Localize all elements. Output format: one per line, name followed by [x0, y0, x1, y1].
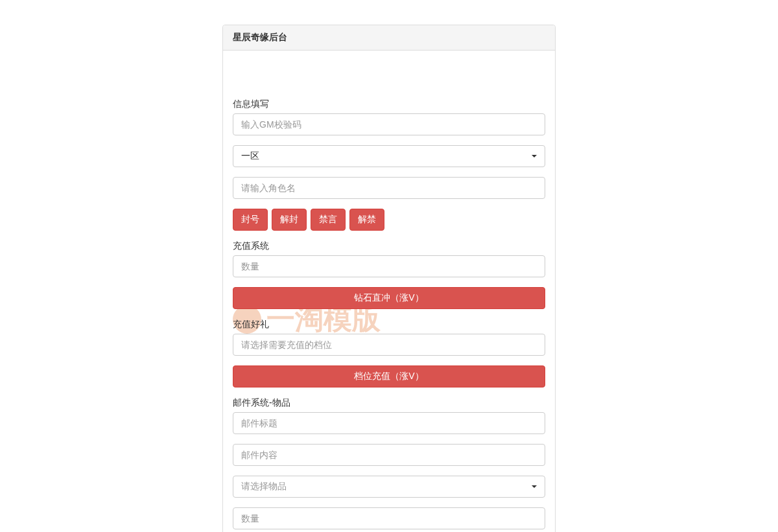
gm-code-input[interactable]	[233, 113, 545, 135]
zone-select[interactable]: 一区	[233, 145, 545, 167]
panel-title: 星辰奇缘后台	[223, 25, 555, 51]
mail-item-select-toggle[interactable]: 请选择物品	[233, 476, 545, 498]
zone-select-value: 一区	[241, 150, 259, 162]
mail-section-label: 邮件系统-物品	[233, 397, 545, 409]
mail-amount-input[interactable]	[233, 507, 545, 529]
unban-button[interactable]: 解封	[272, 209, 307, 231]
tier-recharge-button[interactable]: 档位充值（涨V）	[233, 365, 545, 387]
mail-title-input[interactable]	[233, 412, 545, 434]
caret-down-icon	[532, 485, 537, 488]
gift-tier-input[interactable]	[233, 334, 545, 356]
diamond-recharge-button[interactable]: 钻石直冲（涨V）	[233, 287, 545, 309]
recharge-section-label: 充值系统	[233, 240, 545, 252]
gift-section-label: 充值好礼	[233, 319, 545, 330]
role-name-input[interactable]	[233, 177, 545, 199]
zone-select-toggle[interactable]: 一区	[233, 145, 545, 167]
ban-button[interactable]: 封号	[233, 209, 268, 231]
caret-down-icon	[532, 155, 537, 157]
mail-item-select-value: 请选择物品	[241, 481, 287, 492]
unmute-button[interactable]: 解禁	[349, 209, 384, 231]
panel-body: 一淘模版 信息填写 一区 封号 解封 禁言 解禁 充值系统	[223, 51, 555, 532]
account-action-row: 封号 解封 禁言 解禁	[233, 209, 545, 231]
mail-content-input[interactable]	[233, 444, 545, 466]
mail-item-select[interactable]: 请选择物品	[233, 476, 545, 498]
admin-panel: 星辰奇缘后台 一淘模版 信息填写 一区 封号 解封 禁言 解禁	[222, 25, 556, 532]
info-section-label: 信息填写	[233, 98, 545, 110]
mute-button[interactable]: 禁言	[311, 209, 346, 231]
recharge-amount-input[interactable]	[233, 255, 545, 277]
